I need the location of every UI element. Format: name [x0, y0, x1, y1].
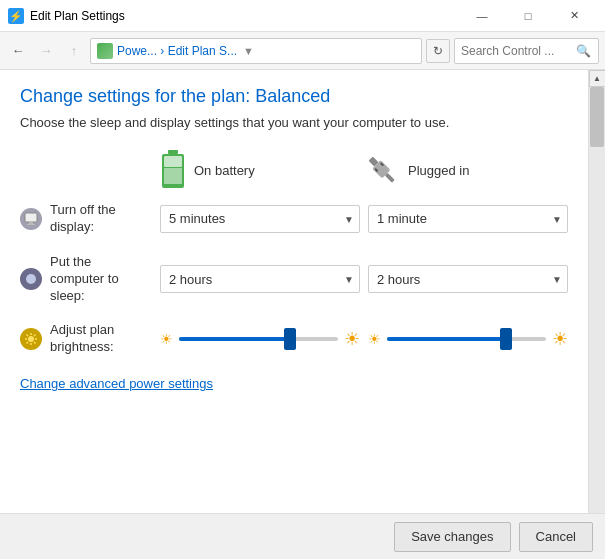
brightness-battery-min-icon: ☀ [160, 331, 173, 347]
plugged-icon [364, 152, 400, 188]
settings-header-row: On battery Plugged in [160, 150, 568, 190]
address-bar: ← → ↑ Powe... › Edit Plan S... ▼ ↻ 🔍 [0, 32, 605, 70]
battery-col-label: On battery [194, 163, 255, 178]
maximize-button[interactable]: □ [505, 0, 551, 32]
advanced-power-settings-link[interactable]: Change advanced power settings [20, 376, 213, 391]
svg-rect-8 [385, 173, 395, 183]
brightness-plugged-max-icon: ☀ [552, 328, 568, 350]
save-changes-button[interactable]: Save changes [394, 522, 510, 552]
brightness-battery-slider-fill [179, 337, 290, 341]
svg-point-14 [26, 274, 36, 284]
sleep-battery-dropdown-wrapper: 1 minute 30 minutes 45 minutes 1 hour 2 … [160, 265, 360, 293]
forward-button[interactable]: → [34, 39, 58, 63]
content-wrapper: Change settings for the plan: Balanced C… [0, 70, 605, 559]
display-controls: 1 minute 2 minutes 5 minutes 10 minutes … [160, 205, 568, 233]
battery-column-header: On battery [160, 150, 364, 190]
svg-line-22 [34, 335, 36, 337]
search-bar[interactable]: 🔍 [454, 38, 599, 64]
footer: Save changes Cancel [0, 513, 605, 559]
svg-line-21 [34, 342, 36, 344]
advanced-link-area: Change advanced power settings [20, 376, 568, 391]
svg-rect-12 [29, 222, 33, 224]
sleep-plugged-dropdown[interactable]: 1 minute 30 minutes 45 minutes 1 hour 2 … [368, 265, 568, 293]
brightness-row: Adjust planbrightness: ☀ ☀ ☀ [20, 322, 568, 356]
brightness-battery-slider-area: ☀ ☀ [160, 328, 360, 350]
brightness-plugged-slider-fill [387, 337, 506, 341]
breadcrumb-text: Powe... › Edit Plan S... [117, 44, 237, 58]
display-label: Turn off thedisplay: [50, 202, 116, 236]
cancel-button[interactable]: Cancel [519, 522, 593, 552]
display-plugged-dropdown[interactable]: 1 minute 2 minutes 5 minutes 10 minutes … [368, 205, 568, 233]
title-bar-title: Edit Plan Settings [30, 9, 459, 23]
sleep-icon [20, 268, 42, 290]
sleep-controls: 1 minute 30 minutes 45 minutes 1 hour 2 … [160, 265, 568, 293]
scroll-up-arrow[interactable]: ▲ [589, 70, 606, 87]
scroll-thumb[interactable] [590, 87, 604, 147]
brightness-plugged-min-icon: ☀ [368, 331, 381, 347]
brightness-controls: ☀ ☀ ☀ [160, 328, 568, 350]
up-button[interactable]: ↑ [62, 39, 86, 63]
brightness-plugged-slider-area: ☀ ☀ [368, 328, 568, 350]
brightness-plugged-slider-thumb[interactable] [500, 328, 512, 350]
display-battery-dropdown[interactable]: 1 minute 2 minutes 5 minutes 10 minutes … [160, 205, 360, 233]
breadcrumb-dropdown-arrow[interactable]: ▼ [243, 45, 254, 57]
scrollbar: ▲ ▼ [588, 70, 605, 559]
breadcrumb-icon [97, 43, 113, 59]
svg-rect-13 [27, 224, 35, 225]
sleep-label-area: Put thecomputer tosleep: [20, 254, 160, 305]
title-bar-icon: ⚡ [8, 8, 24, 24]
refresh-button[interactable]: ↻ [426, 39, 450, 63]
brightness-icon [20, 328, 42, 350]
svg-text:⚡: ⚡ [9, 9, 23, 23]
sleep-label: Put thecomputer tosleep: [50, 254, 119, 305]
plugged-col-label: Plugged in [408, 163, 469, 178]
svg-line-20 [27, 335, 29, 337]
brightness-battery-max-icon: ☀ [344, 328, 360, 350]
brightness-label: Adjust planbrightness: [50, 322, 114, 356]
brightness-plugged-slider-track-wrapper[interactable] [387, 329, 546, 349]
brightness-label-area: Adjust planbrightness: [20, 322, 160, 356]
display-battery-dropdown-wrapper: 1 minute 2 minutes 5 minutes 10 minutes … [160, 205, 360, 233]
back-button[interactable]: ← [6, 39, 30, 63]
display-label-area: Turn off thedisplay: [20, 202, 160, 236]
search-icon[interactable]: 🔍 [575, 41, 592, 61]
brightness-battery-slider-track-wrapper[interactable] [179, 329, 338, 349]
minimize-button[interactable]: — [459, 0, 505, 32]
battery-icon [160, 150, 186, 190]
sleep-plugged-dropdown-wrapper: 1 minute 30 minutes 45 minutes 1 hour 2 … [368, 265, 568, 293]
title-bar-controls: — □ ✕ [459, 0, 597, 32]
scroll-track[interactable] [589, 87, 605, 542]
svg-line-23 [27, 342, 29, 344]
brightness-plugged-slider-track [387, 337, 546, 341]
svg-point-15 [28, 336, 34, 342]
display-icon [20, 208, 42, 230]
sleep-setting-row: Put thecomputer tosleep: 1 minute 30 min… [20, 254, 568, 305]
sleep-battery-dropdown[interactable]: 1 minute 30 minutes 45 minutes 1 hour 2 … [160, 265, 360, 293]
page-subtitle: Choose the sleep and display settings th… [20, 115, 568, 130]
svg-rect-2 [168, 150, 178, 154]
main-content: Change settings for the plan: Balanced C… [0, 70, 588, 559]
brightness-battery-slider-thumb[interactable] [284, 328, 296, 350]
svg-rect-4 [164, 168, 182, 184]
search-input[interactable] [461, 44, 575, 58]
display-setting-row: Turn off thedisplay: 1 minute 2 minutes … [20, 202, 568, 236]
svg-rect-5 [164, 156, 182, 167]
title-bar: ⚡ Edit Plan Settings — □ ✕ [0, 0, 605, 32]
plugged-column-header: Plugged in [364, 150, 568, 190]
breadcrumb-bar[interactable]: Powe... › Edit Plan S... ▼ [90, 38, 422, 64]
close-button[interactable]: ✕ [551, 0, 597, 32]
svg-rect-11 [25, 213, 37, 222]
display-plugged-dropdown-wrapper: 1 minute 2 minutes 5 minutes 10 minutes … [368, 205, 568, 233]
page-title: Change settings for the plan: Balanced [20, 86, 568, 107]
brightness-battery-slider-track [179, 337, 338, 341]
